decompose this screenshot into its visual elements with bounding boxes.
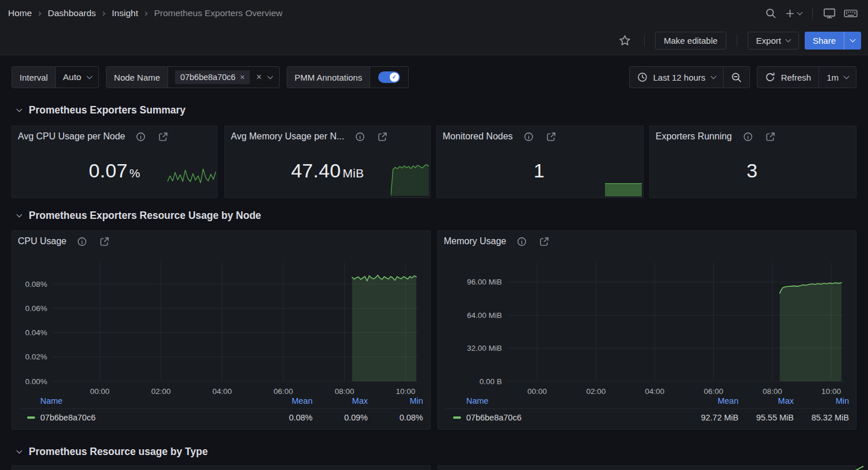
panel-title[interactable]: Memory Usage	[444, 236, 506, 247]
legend-header-min[interactable]: Min	[368, 396, 423, 405]
refresh-interval-value: 1m	[827, 73, 839, 82]
interval-select[interactable]: Auto	[56, 67, 98, 88]
panel-header: Monitored Nodes	[437, 126, 643, 142]
external-link-icon[interactable]	[546, 132, 556, 142]
node-name-select[interactable]: 07b6be8a70c6 × ×	[168, 67, 279, 88]
breadcrumb-separator: ›	[38, 7, 41, 19]
breadcrumb-insight[interactable]: Insight	[112, 8, 138, 18]
time-range-picker: Last 12 hours	[629, 66, 750, 88]
spacer	[416, 66, 622, 88]
share-menu-button[interactable]	[844, 32, 861, 50]
legend-header-min[interactable]: Min	[794, 396, 849, 405]
pmm-annotations-toggle-wrap	[370, 67, 408, 88]
export-button[interactable]: Export	[748, 32, 799, 50]
sparkline	[167, 164, 216, 196]
stat-value: 3	[650, 160, 856, 182]
series-mean: 92.72 MiB	[683, 413, 738, 422]
node-chip[interactable]: 07b6be8a70c6 ×	[175, 70, 250, 84]
share-button[interactable]: Share	[805, 32, 844, 50]
legend-header-max[interactable]: Max	[313, 396, 368, 405]
section-resource-usage-by-type[interactable]: Prometheus Resource usage by Type	[13, 444, 208, 460]
nav-actions	[762, 5, 860, 22]
info-icon[interactable]	[524, 132, 534, 142]
section-resource-usage-by-node[interactable]: Prometheus Exporters Resource Usage by N…	[13, 207, 261, 223]
stat-number: 1	[534, 160, 545, 181]
chevron-down-icon	[710, 73, 716, 79]
refresh-label: Refresh	[781, 73, 812, 82]
svg-text:0.08%: 0.08%	[25, 280, 47, 289]
dashboard-screen: Home › Dashboards › Insight › Prometheus…	[0, 0, 868, 470]
panel-title[interactable]: Exporters Running	[656, 131, 732, 142]
keyboard-shortcuts-button[interactable]	[842, 5, 860, 22]
svg-text:0.00 B: 0.00 B	[479, 377, 502, 386]
info-icon[interactable]	[136, 132, 146, 142]
chevron-down-icon	[797, 9, 803, 15]
legend-header: Name Mean Max Min	[19, 393, 423, 408]
svg-text:0.04%: 0.04%	[25, 328, 47, 337]
zoom-out-time-button[interactable]	[723, 67, 749, 88]
section-exporters-summary[interactable]: Prometheus Exporters Summary	[13, 102, 185, 118]
info-icon[interactable]	[517, 237, 527, 247]
time-range-button[interactable]: Last 12 hours	[630, 67, 723, 88]
legend-header-mean[interactable]: Mean	[257, 396, 313, 405]
panel-avg-memory-usage: Avg Memory Usage per N... 47.40MiB	[224, 126, 431, 198]
series-name[interactable]: 07b6be8a70c6	[40, 413, 257, 422]
refresh-picker: Refresh 1m	[757, 66, 856, 88]
variables-row: Interval Auto Node Name 07b6be8a70c6 × ×…	[12, 66, 856, 88]
panel-title[interactable]: Avg CPU Usage per Node	[18, 131, 125, 142]
stat-value: 1	[437, 160, 643, 182]
info-icon[interactable]	[743, 132, 753, 142]
external-link-icon[interactable]	[766, 132, 775, 142]
external-link-icon[interactable]	[378, 132, 387, 142]
new-menu-button[interactable]	[783, 5, 804, 22]
toggle-check-icon	[390, 73, 399, 82]
favorite-button[interactable]	[616, 32, 634, 50]
panel-title[interactable]: CPU Usage	[18, 236, 66, 247]
stat-number: 0.07	[89, 160, 127, 181]
stat-unit: %	[130, 166, 140, 180]
cpu-usage-chart[interactable]: 0.00%0.02%0.04%0.06%0.08%00:0002:0004:00…	[19, 257, 423, 399]
pmm-annotations-toggle[interactable]	[378, 71, 400, 83]
panel-title[interactable]: Avg Memory Usage per N...	[231, 131, 344, 142]
legend-header-name[interactable]: Name	[40, 396, 257, 405]
plus-icon	[785, 9, 795, 18]
section-title: Prometheus Exporters Resource Usage by N…	[29, 210, 261, 222]
top-nav: Home › Dashboards › Insight › Prometheus…	[0, 0, 868, 26]
legend-header-name[interactable]: Name	[466, 396, 683, 405]
info-icon[interactable]	[355, 132, 365, 142]
breadcrumb: Home › Dashboards › Insight › Prometheus…	[8, 7, 283, 19]
refresh-button[interactable]: Refresh	[757, 67, 819, 88]
breadcrumb-home[interactable]: Home	[8, 8, 32, 18]
legend-header-mean[interactable]: Mean	[683, 396, 738, 405]
external-link-icon[interactable]	[100, 237, 109, 247]
kiosk-mode-button[interactable]	[821, 5, 838, 22]
chevron-down-icon	[844, 73, 850, 79]
external-link-icon[interactable]	[158, 132, 168, 142]
chevron-down-icon	[267, 73, 273, 79]
series-color-swatch	[27, 416, 35, 419]
search-button[interactable]	[762, 5, 779, 22]
node-name-variable: Node Name 07b6be8a70c6 × ×	[106, 66, 280, 88]
panel-header: CPU Usage	[12, 231, 430, 247]
info-icon[interactable]	[77, 237, 87, 247]
series-name[interactable]: 07b6be8a70c6	[466, 413, 683, 422]
share-label: Share	[813, 36, 836, 46]
breadcrumb-separator: ›	[102, 7, 106, 19]
clear-selection-icon[interactable]: ×	[256, 73, 261, 82]
external-link-icon[interactable]	[539, 237, 549, 247]
sparkline	[605, 181, 642, 196]
legend-header-max[interactable]: Max	[738, 396, 794, 405]
sparkline	[391, 161, 429, 196]
legend-row: 07b6be8a70c6 92.72 MiB 95.55 MiB 85.32 M…	[445, 408, 849, 426]
make-editable-button[interactable]: Make editable	[655, 32, 726, 50]
breadcrumb-dashboards[interactable]: Dashboards	[48, 8, 96, 18]
refresh-interval-select[interactable]: 1m	[818, 67, 856, 88]
chevron-down-icon	[87, 73, 93, 79]
chip-remove-icon[interactable]: ×	[240, 73, 245, 81]
memory-usage-chart[interactable]: 0.00 B32.00 MiB64.00 MiB96.00 MiB00:0002…	[445, 257, 849, 399]
breadcrumb-separator: ›	[144, 7, 148, 19]
panel-title[interactable]: Monitored Nodes	[443, 131, 513, 142]
stat-number: 3	[747, 160, 757, 181]
divider	[737, 35, 737, 47]
share-split-button: Share	[805, 32, 861, 50]
